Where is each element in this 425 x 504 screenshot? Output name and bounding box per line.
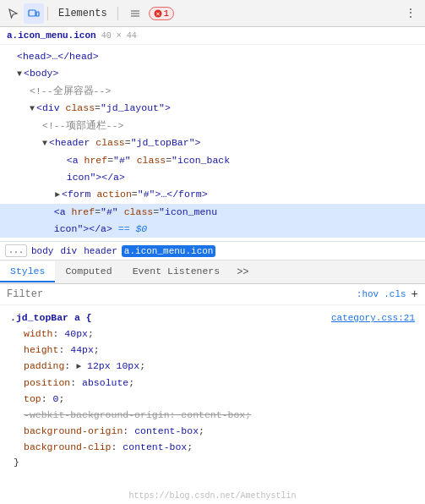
tab-more[interactable]: >> (230, 262, 255, 282)
css-selector: .jd_topBar a { (10, 310, 92, 326)
svg-text:✕: ✕ (155, 11, 161, 17)
element-tag: a.icon_menu.icon (7, 30, 96, 41)
breadcrumb: ... body div header a.icon_menu.icon (0, 242, 425, 260)
css-prop-top: top: 0; (10, 391, 415, 407)
dom-line-body[interactable]: ▼<body> (0, 65, 425, 83)
svg-rect-0 (29, 10, 35, 16)
svg-rect-1 (36, 12, 39, 16)
dom-line-form[interactable]: ►<form action="#">…</form> (0, 186, 425, 204)
breadcrumb-active[interactable]: a.icon_menu.icon (122, 245, 216, 257)
tab-event-listeners[interactable]: Event Listeners (123, 261, 231, 282)
breadcrumb-more[interactable]: ... (5, 244, 27, 257)
filter-cls-button[interactable]: .cls (384, 289, 406, 299)
dom-line-comment1[interactable]: <!--全屏容器--> (0, 83, 425, 100)
css-prop-bg-clip: background-clip: content-box; (10, 439, 415, 455)
filter-input[interactable] (7, 288, 351, 300)
error-badge[interactable]: ✕ 1 (149, 7, 175, 20)
css-prop-width: width: 40px; (10, 326, 415, 342)
css-closing-brace: } (10, 455, 415, 470)
css-rules: .jd_topBar a { category.css:21 width: 40… (0, 305, 425, 474)
dom-line-comment2[interactable]: <!--项部通栏--> (0, 118, 425, 134)
dom-line-a-menu-cont[interactable]: icon"></a> == $0 (0, 221, 425, 238)
breadcrumb-header[interactable]: header (81, 245, 120, 257)
element-preview: a.icon_menu.icon 40 × 44 (0, 27, 425, 45)
tabs-bar: Styles Computed Event Listeners >> (0, 260, 425, 284)
more-options-icon[interactable]: ⋮ (400, 6, 422, 20)
more-panels-icon[interactable] (125, 3, 145, 24)
tab-styles[interactable]: Styles (0, 261, 55, 282)
css-prop-position: position: absolute; (10, 375, 415, 391)
filter-bar: :hov .cls + (0, 284, 425, 305)
breadcrumb-div[interactable]: div (57, 245, 79, 257)
tab-computed[interactable]: Computed (55, 261, 122, 282)
breadcrumb-body[interactable]: body (29, 245, 56, 257)
css-rule-block: .jd_topBar a { category.css:21 width: 40… (0, 309, 425, 474)
css-prop-padding: padding: ► 12px 10px; (10, 358, 415, 375)
css-source[interactable]: category.css:21 (331, 310, 415, 326)
dom-line-header[interactable]: ▼<header class="jd_topBar"> (0, 134, 425, 152)
toolbar-separator (47, 7, 48, 20)
filter-add-button[interactable]: + (411, 288, 418, 301)
css-prop-webkit-bg-origin: -webkit-background-origin: content-box; (10, 407, 415, 423)
css-prop-bg-origin: background-origin: content-box; (10, 423, 415, 439)
url-watermark: https://blog.csdn.net/Amethystlin (128, 491, 296, 501)
devtools-toolbar: Elements ✕ 1 ⋮ (0, 0, 425, 27)
dom-line-a-back[interactable]: <a href="#" class="icon_back (0, 152, 425, 169)
dom-line-head[interactable]: <head>…</head> (0, 48, 425, 65)
dom-tree: <head>…</head> ▼<body> <!--全屏容器--> ▼<div… (0, 45, 425, 242)
error-count: 1 (164, 8, 170, 19)
element-dimensions: 40 × 44 (101, 31, 137, 41)
css-prop-height: height: 44px; (10, 342, 415, 358)
toolbar-separator-2 (117, 7, 118, 20)
filter-hov-button[interactable]: :hov (357, 289, 379, 299)
dom-line-div-layout[interactable]: ▼<div class="jd_layout"> (0, 100, 425, 118)
responsive-icon[interactable] (24, 3, 44, 24)
dom-line-a-back-cont[interactable]: icon"></a> (0, 169, 425, 186)
dom-line-a-menu[interactable]: <a href="#" class="icon_menu (0, 204, 425, 221)
panel-title: Elements (52, 8, 114, 19)
cursor-select-icon[interactable] (3, 3, 24, 24)
